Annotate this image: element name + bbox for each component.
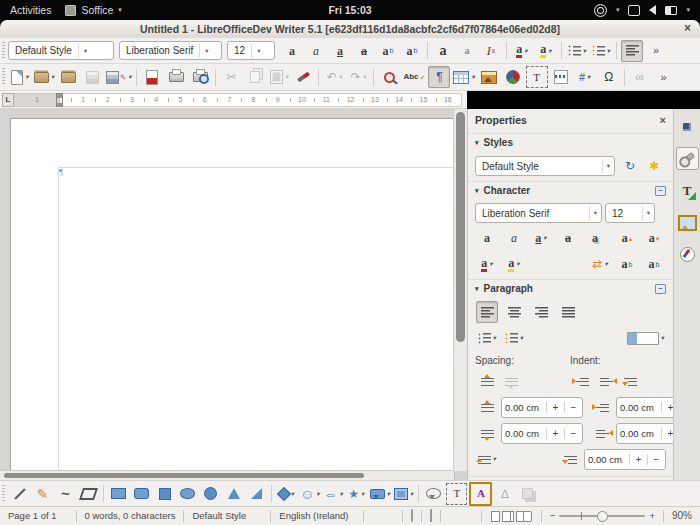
vertical-scrollbar[interactable] [453, 109, 467, 471]
increase-indent-icon[interactable] [571, 370, 593, 392]
more-options-button[interactable]: – [655, 186, 666, 196]
right-triangle-icon[interactable] [246, 483, 267, 505]
zoom-slider[interactable] [559, 515, 645, 517]
language-status[interactable]: English (Ireland) [271, 510, 363, 522]
document-modified-status[interactable] [422, 510, 441, 522]
chevron-down-icon[interactable]: ▾ [686, 6, 690, 14]
decrement-button[interactable]: − [564, 402, 582, 413]
numbered-list-icon[interactable]: ▾ [590, 40, 612, 62]
underline-icon[interactable]: a [329, 40, 351, 62]
superscript-icon[interactable]: ab [377, 40, 399, 62]
more-options-button[interactable]: – [655, 284, 666, 294]
page-count-status[interactable]: Page 1 of 1 [0, 510, 77, 522]
bullet-list-icon[interactable]: ▾ [476, 327, 498, 349]
superscript-icon[interactable]: ab [616, 253, 638, 275]
display-icon[interactable] [628, 5, 640, 16]
block-arrows-icon[interactable]: ⇔▾ [323, 483, 344, 505]
rounded-rectangle-icon[interactable] [131, 483, 152, 505]
italic-icon[interactable]: a [503, 227, 525, 249]
ellipse-icon[interactable] [177, 483, 198, 505]
gallery-tab[interactable] [676, 211, 699, 234]
horizontal-scrollbar-thumb[interactable] [4, 473, 364, 478]
polygon-icon[interactable] [78, 483, 99, 505]
stars-icon[interactable]: ★▾ [346, 483, 367, 505]
align-left-icon[interactable] [476, 301, 498, 323]
sidebar-font-name-select[interactable]: Liberation Serif ▾ [475, 203, 602, 223]
shrink-font-icon[interactable]: a [456, 40, 478, 62]
find-replace-icon[interactable] [378, 66, 400, 88]
page-break-icon[interactable] [550, 66, 572, 88]
align-center-icon[interactable] [503, 301, 525, 323]
underline-icon[interactable]: a▾ [530, 227, 552, 249]
update-style-icon[interactable]: ↻ [619, 155, 641, 177]
page-style-status[interactable]: Default Style [184, 510, 271, 522]
callout-shapes-icon[interactable]: ▾ [369, 483, 391, 505]
square-icon[interactable] [154, 483, 175, 505]
strikethrough-icon[interactable]: a [557, 227, 579, 249]
export-pdf-icon[interactable] [141, 66, 163, 88]
chevron-down-icon[interactable]: ▾ [616, 6, 620, 14]
character-section-header[interactable]: ▾ Character – [468, 181, 673, 199]
insert-textbox-icon[interactable]: T [526, 66, 548, 88]
battery-icon[interactable] [665, 6, 677, 15]
zoom-slider-thumb[interactable] [597, 511, 608, 522]
single-page-view-icon[interactable] [491, 511, 500, 522]
horizontal-ruler[interactable]: L 1 12345678910111213141516 [0, 91, 467, 109]
curve-icon[interactable]: ~ [55, 483, 76, 505]
decrease-indent-icon[interactable] [595, 370, 617, 392]
insert-image-icon[interactable] [478, 66, 500, 88]
bold-icon[interactable]: a [281, 40, 303, 62]
align-left-icon[interactable] [621, 40, 643, 62]
multi-page-view-icon[interactable] [502, 511, 511, 522]
paragraph-section-header[interactable]: ▾ Paragraph – [468, 279, 673, 297]
signature-status[interactable] [364, 510, 403, 522]
increase-paragraph-spacing-icon[interactable] [476, 370, 498, 392]
hanging-indent-icon[interactable] [619, 370, 641, 392]
font-name-select[interactable]: Liberation Serif ▾ [119, 41, 222, 60]
isosceles-triangle-icon[interactable] [223, 483, 244, 505]
toolbar-grip[interactable] [2, 485, 5, 502]
styles-section-header[interactable]: ▾ Styles [468, 133, 673, 151]
line-icon[interactable] [9, 483, 30, 505]
toolbar-grip[interactable] [2, 42, 5, 59]
sidebar-settings-tab[interactable] [676, 115, 699, 138]
character-spacing-icon[interactable]: ⇄▾ [589, 253, 611, 275]
horizontal-scrollbar[interactable] [0, 470, 454, 480]
close-panel-button[interactable]: × [660, 114, 666, 126]
toolbar-grip[interactable] [2, 68, 5, 86]
document-area[interactable]: ¶ [0, 109, 467, 480]
freeform-line-icon[interactable]: ✎ [32, 483, 53, 505]
decrement-button[interactable]: − [647, 454, 665, 465]
line-spacing-icon[interactable]: ▾ [476, 448, 498, 470]
style-name-select[interactable]: Default Style ▾ [475, 156, 615, 176]
subscript-icon[interactable]: ab [643, 253, 665, 275]
ruler-strip[interactable]: 1 12345678910111213141516 [14, 93, 462, 107]
numbered-list-icon[interactable]: ▾ [503, 327, 525, 349]
clone-formatting-icon[interactable] [292, 66, 314, 88]
tab-stop-selector[interactable]: L [2, 93, 14, 107]
bullet-list-icon[interactable]: ▾ [566, 40, 588, 62]
increment-button[interactable]: + [629, 454, 647, 465]
clear-formatting-icon[interactable]: Ix [480, 40, 502, 62]
rectangle-icon[interactable] [108, 483, 129, 505]
toolbar-overflow-icon[interactable]: » [653, 66, 675, 88]
vertical-scrollbar-thumb[interactable] [456, 112, 465, 342]
styles-tab[interactable]: T [676, 179, 699, 202]
strikethrough-icon[interactable]: a [353, 40, 375, 62]
paragraph-background-color-icon[interactable]: ▾ [626, 327, 665, 349]
window-title-bar[interactable]: Untitled 1 - LibreOfficeDev Writer 5.1 [… [0, 20, 700, 39]
save-as-icon[interactable]: ✎▾ [105, 66, 132, 88]
volume-icon[interactable] [649, 5, 656, 15]
shadow-icon[interactable]: a [584, 227, 606, 249]
shrink-font-icon[interactable]: a▾ [643, 227, 665, 249]
document-page[interactable]: ¶ [10, 118, 454, 480]
highlight-color-icon[interactable]: a▾ [503, 253, 525, 275]
font-color-icon[interactable]: a▾ [476, 253, 498, 275]
print-preview-icon[interactable] [189, 66, 211, 88]
circle-icon[interactable] [200, 483, 221, 505]
new-style-icon[interactable]: ✱ [643, 155, 665, 177]
indent-marker[interactable] [56, 93, 63, 107]
input-method-icon[interactable] [594, 4, 607, 17]
insert-table-icon[interactable]: ▾ [452, 66, 475, 88]
fontwork-icon[interactable]: A [469, 482, 492, 506]
